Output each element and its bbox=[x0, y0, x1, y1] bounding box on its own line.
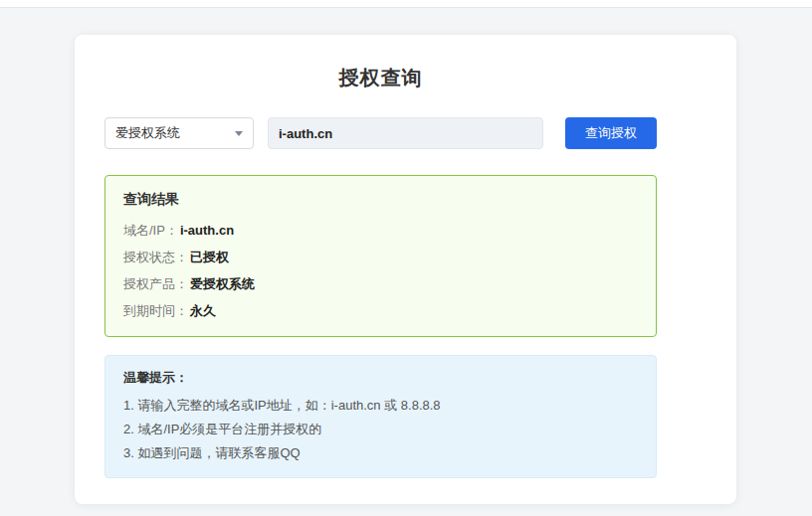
result-label: 域名/IP： bbox=[123, 223, 178, 238]
result-value: 爱授权系统 bbox=[190, 276, 255, 291]
result-label: 授权产品： bbox=[123, 276, 188, 291]
result-value: i-auth.cn bbox=[180, 223, 234, 238]
result-title: 查询结果 bbox=[123, 191, 638, 209]
tips-title: 温馨提示： bbox=[123, 369, 638, 387]
result-value: 永久 bbox=[190, 303, 216, 318]
card-content: 授权查询 爱授权系统 查询授权 查询结果 域名/IP：i-auth.cn 授权状… bbox=[104, 65, 657, 478]
product-select-value: 爱授权系统 bbox=[115, 124, 180, 142]
tip-item: 2. 域名/IP必须是平台注册并授权的 bbox=[123, 418, 638, 441]
auth-query-card: 授权查询 爱授权系统 查询授权 查询结果 域名/IP：i-auth.cn 授权状… bbox=[75, 35, 736, 504]
tips-panel: 温馨提示： 1. 请输入完整的域名或IP地址，如：i-auth.cn 或 8.8… bbox=[104, 355, 657, 478]
page-title: 授权查询 bbox=[104, 65, 657, 91]
query-auth-button[interactable]: 查询授权 bbox=[565, 117, 657, 149]
query-result-panel: 查询结果 域名/IP：i-auth.cn 授权状态：已授权 授权产品：爱授权系统… bbox=[104, 175, 657, 337]
product-select[interactable]: 爱授权系统 bbox=[104, 117, 254, 149]
result-row-status: 授权状态：已授权 bbox=[123, 244, 638, 270]
tip-item: 3. 如遇到问题，请联系客服QQ bbox=[123, 441, 638, 465]
tip-item: 1. 请输入完整的域名或IP地址，如：i-auth.cn 或 8.8.8.8 bbox=[123, 394, 638, 418]
top-header-strip bbox=[0, 0, 812, 8]
domain-input[interactable] bbox=[268, 117, 543, 149]
result-label: 到期时间： bbox=[123, 303, 188, 318]
result-label: 授权状态： bbox=[123, 250, 188, 264]
query-form-row: 爱授权系统 查询授权 bbox=[104, 117, 657, 149]
result-row-expiry: 到期时间：永久 bbox=[123, 297, 638, 324]
result-row-product: 授权产品：爱授权系统 bbox=[123, 270, 638, 297]
result-row-domain: 域名/IP：i-auth.cn bbox=[123, 217, 638, 244]
chevron-down-icon bbox=[235, 131, 243, 136]
result-value: 已授权 bbox=[190, 250, 229, 264]
